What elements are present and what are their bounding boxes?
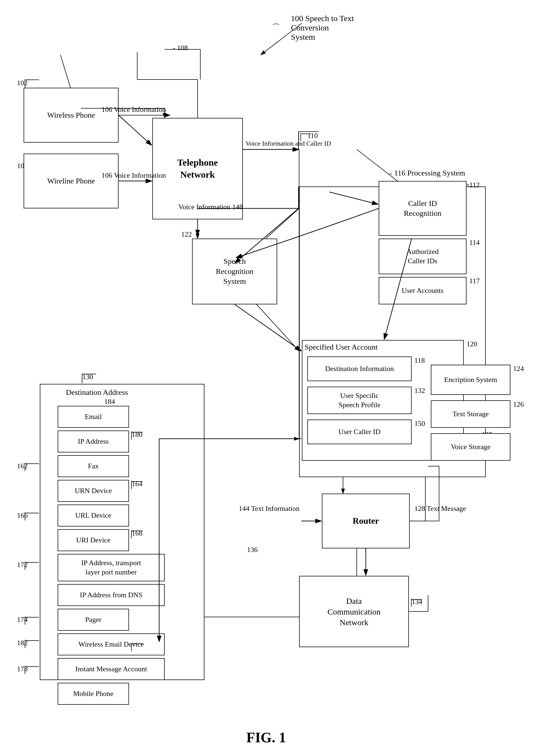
mobile-phone-label: Mobile Phone [73,689,114,698]
ref-108: - 108 [173,44,188,52]
instant-message-label: Instant Message Account [75,664,147,674]
pager-box: Pager [58,609,129,631]
processing-system-label: - 116 Processing System [390,169,465,177]
uri-device-box: URI Device [58,529,129,551]
wireless-phone-box: Wireless Phone [24,88,118,143]
fax-label: Fax [88,461,99,471]
destination-address-title: Destination Address [66,388,128,397]
wireline-phone-box: Wireline Phone [24,154,118,208]
caller-id-recognition-label: Caller IDRecognition [404,199,442,219]
wireline-phone-label: Wireline Phone [47,176,95,186]
ip-transport-label: IP Address, transportlayer port number [81,558,141,577]
urn-device-label: URN Device [75,486,112,495]
destination-info-label: Destination Information [325,364,394,373]
ref-126: 126 [513,400,524,409]
user-caller-id-label: User Caller ID [338,427,380,437]
ref-122: 122 [181,230,192,239]
router-label: Router [353,515,379,527]
voice-info-label-top: 106 Voice Information [101,106,166,114]
telephone-network-label: TelephoneNetwork [177,157,218,181]
ref-150: 150 [414,420,425,428]
caller-id-recognition-box: Caller IDRecognition [379,181,467,236]
authorized-caller-ids-label: AuthorizedCaller IDs [407,247,439,266]
wireless-phone-label: Wireless Phone [47,110,95,120]
user-speech-profile-box: User SpecificSpeech Profile [307,387,412,414]
encription-system-box: Encription System [431,365,510,395]
mobile-phone-box: Mobile Phone [58,683,129,705]
ip-address-box: IP Address [58,431,129,452]
svg-line-47 [234,304,301,351]
url-device-label: URL Device [75,511,111,520]
voice-caller-id-label: Voice Information and Caller ID [245,140,331,147]
ip-address-label: IP Address [78,437,109,446]
voice-info-label-bottom: 106 Voice Information [101,171,166,180]
wireless-email-box: Wireless Email Device [58,633,165,655]
ref-184: 184 [104,398,115,406]
fax-box: Fax [58,455,129,477]
speech-recognition-box: SpeechRecognitionSystem [192,239,277,304]
ip-transport-box: IP Address, transportlayer port number [58,554,165,581]
text-storage-box: Text Storage [431,400,510,428]
svg-line-3 [60,55,71,90]
specified-user-account-title: Specified User Account [305,343,378,352]
data-comm-network-label: DataCommunicationNetwork [328,596,380,628]
pager-label: Pager [85,615,101,624]
encription-system-label: Encription System [444,375,497,384]
user-caller-id-box: User Caller ID [307,420,412,444]
router-box: Router [322,494,410,548]
fig-label: FIG. 1 [225,729,307,746]
user-accounts-box: User Accounts [379,277,467,304]
ref-136: 136 [247,546,258,554]
email-box: Email [58,406,129,428]
ip-dns-box: IP Address from DNS [58,584,165,606]
user-speech-profile-label: User SpecificSpeech Profile [339,391,380,410]
ref-132: 132 [414,387,425,395]
voice-info-148: Voice Information 148 [178,203,243,211]
ref-124: 124 [513,365,524,373]
urn-device-box: URN Device [58,480,129,502]
ip-dns-label: IP Address from DNS [80,590,142,600]
svg-line-31 [118,115,152,145]
instant-message-box: Instant Message Account [58,658,165,680]
voice-storage-label: Voice Storage [451,442,491,452]
text-info-label: 144 Text Information [239,505,300,513]
email-label: Email [85,412,102,421]
ref-112: 112 [469,181,480,189]
url-device-box: URL Device [58,505,129,526]
system-label: 100 Speech to Text ConversionSystem [291,14,373,42]
ref-118: 118 [414,356,425,365]
destination-info-box: Destination Information [307,356,412,381]
data-comm-network-box: DataCommunicationNetwork [299,576,409,647]
ref-117: 117 [469,277,480,285]
text-storage-label: Text Storage [453,409,489,419]
voice-storage-box: Voice Storage [431,433,510,461]
ref-120: 120 [467,340,477,348]
ref-114: 114 [469,239,480,247]
speech-recognition-label: SpeechRecognitionSystem [216,256,253,286]
uri-device-label: URI Device [76,536,111,545]
authorized-caller-ids-box: AuthorizedCaller IDs [379,239,467,274]
ref-110: 110 [307,132,318,140]
user-accounts-label: User Accounts [402,286,444,295]
ref-102: 102 [17,79,28,87]
ref-128: 128 Text Message [414,505,466,513]
wireless-email-label: Wireless Email Device [78,640,144,649]
arrow-curve: ⌒ [272,22,281,34]
diagram: 100 Speech to Text ConversionSystem ⌒ 10… [0,0,548,756]
